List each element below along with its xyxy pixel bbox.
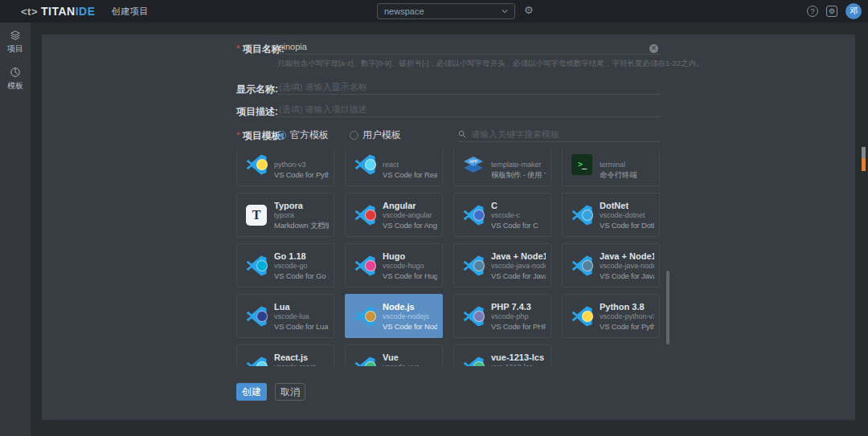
template-description: VS Code for C bbox=[491, 220, 546, 230]
app-logo[interactable]: <t> TITANIDE bbox=[21, 5, 96, 18]
template-card[interactable]: reactVS Code for React.js bbox=[345, 149, 443, 186]
template-card[interactable]: PHP 7.4.3vscode-phpVS Code for PHP bbox=[453, 294, 551, 338]
template-grid-row: Luavscode-luaVS Code for LuaNode.jsvscod… bbox=[236, 294, 664, 338]
template-card[interactable]: APPtemplate-maker模板制作 - 使用 Tem... bbox=[453, 149, 551, 186]
help-icon[interactable]: ? bbox=[807, 6, 818, 17]
vscode-template-icon bbox=[571, 305, 593, 328]
template-title: DotNet bbox=[600, 200, 654, 211]
vscode-template-icon bbox=[354, 356, 376, 367]
template-search-input[interactable] bbox=[471, 129, 661, 139]
vscode-template-icon bbox=[462, 255, 485, 277]
template-name: python-v3 bbox=[274, 161, 329, 169]
create-project-panel: 项目名称: ✕ 只能包含小写字母[a-z]、数字[0-9]、破折号[-]，必须以… bbox=[42, 35, 855, 420]
vscode-template-icon bbox=[571, 204, 593, 226]
template-description: VS Code for React.js bbox=[383, 169, 437, 180]
template-grid-viewport: python-v3VS Code for PythonreactVS Code … bbox=[236, 149, 664, 366]
template-card-text: Luavscode-luaVS Code for Lua bbox=[274, 301, 329, 332]
template-description: 模板制作 - 使用 Tem... bbox=[491, 169, 546, 180]
template-card[interactable]: React.jsvscode-react bbox=[236, 344, 334, 366]
topbar: <t> TITANIDE 创建项目 newspace ⚙ ? ⚙ 邓 bbox=[0, 0, 868, 22]
brand-name: TITAN bbox=[41, 5, 76, 18]
project-name-hint: 只能包含小写字母[a-z]、数字[0-9]、破折号[-]，必须以小写字母开头，必… bbox=[277, 59, 703, 69]
radio-official-templates[interactable]: 官方模板 bbox=[277, 128, 329, 142]
vscode-template-icon bbox=[354, 204, 376, 226]
page-scrollbar[interactable] bbox=[862, 147, 866, 171]
workspace-select[interactable]: newspace bbox=[377, 3, 515, 19]
template-card[interactable]: Java + Node10vscode-java-node10VS Code f… bbox=[453, 243, 551, 287]
template-title: Angular bbox=[383, 200, 437, 211]
template-title: Python 3.8 bbox=[600, 301, 654, 312]
template-card[interactable]: Java + Node16vscode-java-node16VS Code f… bbox=[562, 243, 660, 287]
template-search bbox=[458, 126, 661, 142]
vscode-template-icon bbox=[571, 255, 593, 277]
templates-icon bbox=[10, 67, 21, 78]
template-card[interactable]: >_terminal命令行终端 bbox=[562, 149, 660, 186]
template-card[interactable]: Vuevscode-vue bbox=[345, 344, 443, 366]
template-card-text: Go 1.18vscode-goVS Code for Go 1.18 bbox=[274, 251, 329, 281]
template-description: VS Code for Go 1.18 bbox=[274, 271, 329, 281]
template-title: PHP 7.4.3 bbox=[491, 301, 546, 312]
logo-bracket-icon: <t> bbox=[21, 6, 38, 18]
template-name: vscode-java-node10 bbox=[491, 262, 546, 271]
template-grid-scrollbar[interactable] bbox=[666, 271, 669, 344]
vscode-template-icon bbox=[245, 255, 268, 277]
template-card[interactable]: Python 3.8vscode-python-v3VS Code for Py… bbox=[562, 294, 660, 338]
language-badge-icon bbox=[365, 159, 376, 170]
template-description: VS Code for Hugo bbox=[383, 271, 437, 281]
template-name: vue-1213-lcs bbox=[491, 363, 546, 367]
template-title: Java + Node16 bbox=[600, 251, 654, 262]
radio-dot-icon bbox=[350, 131, 358, 140]
project-description-label: 项目描述: bbox=[236, 105, 278, 119]
template-card[interactable]: DotNetvscode-dotnetVS Code for DotNet bbox=[562, 193, 660, 237]
sidebar-item-templates[interactable]: 模板 bbox=[0, 59, 31, 96]
sidebar-item-projects[interactable]: 项目 bbox=[0, 22, 31, 59]
workspace-settings-gear-icon[interactable]: ⚙ bbox=[524, 5, 534, 15]
template-grid-row: TTyporatyporaMarkdown 文档编写...Angularvsco… bbox=[236, 193, 664, 237]
template-card[interactable]: vue-1213-lcsvue-1213-lcs bbox=[453, 344, 551, 366]
radio-label: 官方模板 bbox=[290, 128, 329, 142]
vscode-template-icon bbox=[245, 305, 268, 328]
radio-user-templates[interactable]: 用户模板 bbox=[350, 128, 401, 142]
template-description: 命令行终端 bbox=[600, 169, 654, 180]
template-card[interactable]: Luavscode-luaVS Code for Lua bbox=[236, 294, 334, 338]
language-badge-icon bbox=[473, 260, 485, 271]
project-name-input[interactable] bbox=[277, 41, 661, 55]
template-card[interactable]: TTyporatyporaMarkdown 文档编写... bbox=[236, 193, 334, 237]
language-badge-icon bbox=[582, 311, 593, 322]
vscode-template-icon bbox=[245, 356, 268, 367]
project-description-input[interactable] bbox=[277, 104, 661, 117]
template-card[interactable]: python-v3VS Code for Python bbox=[236, 149, 334, 186]
console-settings-icon[interactable]: ⚙ bbox=[826, 6, 837, 17]
language-badge-icon bbox=[256, 159, 268, 170]
template-card[interactable]: Cvscode-cVS Code for C bbox=[453, 193, 551, 237]
language-badge-icon bbox=[365, 210, 376, 221]
template-title: C bbox=[491, 200, 546, 211]
template-card[interactable]: Angularvscode-angularVS Code for Angular bbox=[345, 193, 443, 237]
typora-icon: T bbox=[245, 204, 268, 226]
clear-input-icon[interactable]: ✕ bbox=[649, 44, 658, 53]
template-name: vscode-php bbox=[491, 312, 546, 321]
template-card-text: Node.jsvscode-nodejsVS Code for Node.js bbox=[383, 301, 437, 332]
template-card-text: reactVS Code for React.js bbox=[383, 149, 437, 180]
create-button[interactable]: 创建 bbox=[236, 383, 267, 401]
template-card-text: DotNetvscode-dotnetVS Code for DotNet bbox=[600, 200, 654, 230]
brand-suffix: IDE bbox=[76, 5, 96, 18]
template-description: VS Code for Angular bbox=[383, 220, 437, 230]
template-name: vscode-nodejs bbox=[383, 312, 437, 321]
template-card[interactable]: Hugovscode-hugoVS Code for Hugo bbox=[345, 243, 443, 287]
template-card[interactable]: Go 1.18vscode-goVS Code for Go 1.18 bbox=[236, 243, 334, 287]
template-title: Typora bbox=[274, 200, 329, 211]
template-card[interactable]: Node.jsvscode-nodejsVS Code for Node.js bbox=[345, 294, 443, 338]
template-description: Markdown 文档编写... bbox=[274, 220, 329, 230]
template-grid-row: Go 1.18vscode-goVS Code for Go 1.18Hugov… bbox=[236, 243, 664, 287]
template-name: vscode-c bbox=[491, 211, 546, 220]
radio-dot-icon bbox=[277, 131, 286, 140]
cancel-button[interactable]: 取消 bbox=[275, 383, 305, 401]
template-name: vscode-hugo bbox=[383, 262, 437, 271]
template-grid-row: python-v3VS Code for PythonreactVS Code … bbox=[236, 149, 664, 186]
display-name-input[interactable] bbox=[277, 81, 661, 95]
user-avatar[interactable]: 邓 bbox=[845, 3, 862, 19]
template-card-text: Java + Node16vscode-java-node16VS Code f… bbox=[600, 251, 654, 281]
template-title: Hugo bbox=[383, 251, 437, 262]
language-badge-icon bbox=[473, 311, 485, 322]
